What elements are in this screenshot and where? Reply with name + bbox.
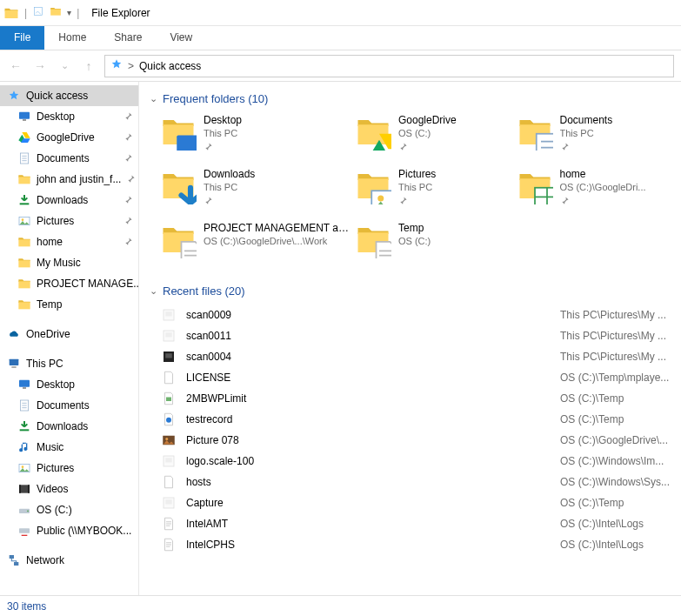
folder-icon bbox=[160, 114, 197, 151]
this-pc-icon bbox=[7, 357, 21, 371]
file-location: OS (C:)\Windows\Sys... bbox=[560, 476, 681, 488]
folder-tile[interactable]: home OS (C:)\GoogleDri... bbox=[517, 168, 675, 215]
network-icon bbox=[7, 553, 21, 567]
netdrive-icon bbox=[17, 524, 31, 538]
tab-view[interactable]: View bbox=[156, 26, 206, 50]
folder-tile[interactable]: Documents This PC bbox=[517, 114, 675, 161]
qat-properties-icon[interactable] bbox=[32, 5, 44, 20]
file-row[interactable]: LICENSE OS (C:)\Temp\mplaye... bbox=[160, 367, 681, 388]
folder-name: Pictures bbox=[398, 168, 436, 181]
folder-name: PROJECT MANAGEMENT an... bbox=[204, 222, 351, 235]
file-name: IntelCPHS bbox=[186, 539, 551, 551]
tree-onedrive[interactable]: OneDrive bbox=[0, 324, 138, 345]
file-row[interactable]: Capture OS (C:)\Temp bbox=[160, 492, 681, 513]
group-header-recent[interactable]: ⌄ Recent files (20) bbox=[143, 281, 681, 301]
file-location: OS (C:)\GoogleDrive\... bbox=[560, 434, 681, 446]
downloads-icon bbox=[17, 193, 31, 207]
file-row[interactable]: IntelCPHS OS (C:)\Intel\Logs bbox=[160, 534, 681, 555]
content-pane: ⌄ Frequent folders (10) Desktop This PC bbox=[139, 82, 681, 595]
sidebar-item[interactable]: Downloads bbox=[0, 190, 138, 211]
folder-tile[interactable]: Downloads This PC bbox=[160, 168, 351, 215]
sidebar-item[interactable]: Pictures bbox=[0, 211, 138, 231]
pin-icon bbox=[124, 153, 133, 164]
file-row[interactable]: testrecord OS (C:)\Temp bbox=[160, 409, 681, 430]
tab-file[interactable]: File bbox=[0, 26, 44, 50]
group-header-label: Frequent folders (10) bbox=[163, 92, 268, 105]
folder-location: OS (C:) bbox=[398, 127, 457, 140]
sidebar-item-label: OS (C:) bbox=[37, 504, 72, 516]
folder-tile[interactable]: Desktop This PC bbox=[160, 114, 351, 161]
folder-location: OS (C:) bbox=[398, 235, 431, 248]
file-row[interactable]: scan0011 This PC\Pictures\My ... bbox=[160, 325, 681, 346]
sidebar-item-label: Downloads bbox=[37, 194, 88, 206]
text-icon bbox=[160, 537, 177, 552]
tab-home[interactable]: Home bbox=[44, 26, 100, 50]
folder-name: home bbox=[560, 168, 646, 181]
sidebar-item[interactable]: OS (C:) bbox=[0, 499, 138, 520]
sidebar-item[interactable]: Documents bbox=[0, 148, 138, 169]
group-header-frequent[interactable]: ⌄ Frequent folders (10) bbox=[143, 89, 681, 109]
nav-recent-dropdown-icon[interactable]: ⌄ bbox=[56, 60, 73, 71]
sidebar-item[interactable]: Public (\\MYBOOK... bbox=[0, 520, 138, 541]
tree-label: OneDrive bbox=[26, 328, 70, 340]
sidebar-item-label: Pictures bbox=[37, 215, 74, 227]
qat-dropdown-icon[interactable]: ▾ bbox=[67, 8, 71, 17]
tree-quick-access[interactable]: Quick access bbox=[0, 85, 138, 106]
sidebar-item[interactable]: GoogleDrive bbox=[0, 127, 138, 148]
reg-icon bbox=[160, 391, 177, 406]
folder-icon bbox=[17, 172, 31, 186]
breadcrumb-label[interactable]: Quick access bbox=[139, 60, 201, 72]
sidebar-item[interactable]: home bbox=[0, 231, 138, 252]
nav-back-icon[interactable]: ← bbox=[7, 59, 24, 73]
file-location: This PC\Pictures\My ... bbox=[560, 309, 681, 321]
pin-icon bbox=[124, 216, 133, 227]
qat-new-folder-icon[interactable] bbox=[50, 5, 62, 20]
file-row[interactable]: hosts OS (C:)\Windows\Sys... bbox=[160, 472, 681, 492]
file-name: Picture 078 bbox=[186, 434, 551, 446]
file-row[interactable]: scan0009 This PC\Pictures\My ... bbox=[160, 305, 681, 325]
file-name: LICENSE bbox=[186, 372, 551, 384]
sidebar-item[interactable]: Desktop bbox=[0, 374, 138, 395]
sidebar-item[interactable]: Documents bbox=[0, 395, 138, 416]
sidebar-item[interactable]: Temp bbox=[0, 294, 138, 315]
folder-icon bbox=[17, 256, 31, 270]
file-row[interactable]: logo.scale-100 OS (C:)\Windows\Im... bbox=[160, 451, 681, 472]
downloads-icon bbox=[17, 419, 31, 433]
sidebar-item[interactable]: Desktop bbox=[0, 106, 138, 127]
file-row[interactable]: 2MBWPLimit OS (C:)\Temp bbox=[160, 388, 681, 409]
status-item-count: 30 items bbox=[7, 600, 46, 613]
file-row[interactable]: IntelAMT OS (C:)\Intel\Logs bbox=[160, 513, 681, 534]
file-row[interactable]: Picture 078 OS (C:)\GoogleDrive\... bbox=[160, 430, 681, 451]
chevron-down-icon: ⌄ bbox=[150, 285, 157, 297]
file-name: Capture bbox=[186, 497, 551, 509]
file-name: 2MBWPLimit bbox=[186, 392, 551, 405]
sidebar-item[interactable]: PROJECT MANAGE... bbox=[0, 273, 138, 294]
gdrive-icon bbox=[17, 131, 31, 144]
folder-icon bbox=[517, 168, 553, 204]
nav-up-icon[interactable]: ↑ bbox=[80, 59, 97, 73]
text-icon bbox=[160, 516, 177, 532]
quick-access-star-icon bbox=[7, 89, 21, 103]
sidebar-item[interactable]: john and justin_f... bbox=[0, 169, 138, 190]
folder-location: OS (C:)\GoogleDri... bbox=[560, 181, 646, 194]
folder-tile[interactable]: PROJECT MANAGEMENT an... OS (C:)\GoogleD… bbox=[160, 222, 351, 269]
tree-this-pc[interactable]: This PC bbox=[0, 353, 138, 374]
folder-tile[interactable]: GoogleDrive OS (C:) bbox=[355, 114, 513, 161]
sidebar-item[interactable]: Music bbox=[0, 437, 138, 458]
nav-forward-icon[interactable]: → bbox=[31, 59, 49, 73]
sidebar-item[interactable]: My Music bbox=[0, 252, 138, 273]
folder-tile[interactable]: Pictures This PC bbox=[355, 168, 513, 215]
onedrive-icon bbox=[7, 327, 21, 341]
sidebar-item[interactable]: Pictures bbox=[0, 458, 138, 479]
sidebar-item[interactable]: Videos bbox=[0, 479, 138, 499]
image-light-icon bbox=[160, 453, 177, 469]
address-bar[interactable]: > Quick access bbox=[104, 55, 674, 77]
tree-network[interactable]: Network bbox=[0, 550, 138, 571]
tab-share[interactable]: Share bbox=[100, 26, 156, 50]
sidebar-item[interactable]: Downloads bbox=[0, 416, 138, 437]
sidebar-item-label: Desktop bbox=[37, 378, 75, 391]
folder-tile[interactable]: Temp OS (C:) bbox=[355, 222, 513, 269]
file-row[interactable]: scan0004 This PC\Pictures\My ... bbox=[160, 346, 681, 367]
sidebar-item-label: My Music bbox=[37, 257, 81, 269]
folder-name: GoogleDrive bbox=[398, 114, 457, 127]
